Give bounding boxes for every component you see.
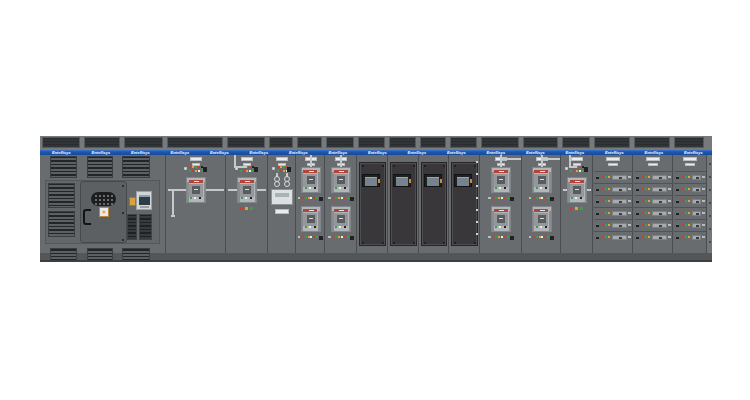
row-tag [628,212,631,215]
gen-side-louver [48,183,75,208]
breaker-trip-light [199,197,201,199]
indicator-light-white [310,236,312,238]
section-breaker-stack-c [479,155,521,253]
row-separator [674,231,706,232]
feeder-row [633,183,673,195]
door-screw [122,239,124,241]
row-light-red [602,176,604,178]
divider-bolt [476,209,478,211]
door-display [424,174,442,187]
breaker-core [573,186,581,194]
row-light-red [602,212,604,214]
mimic-line [569,155,571,166]
section-mcc-2 [632,155,672,253]
divider-bolt [476,185,478,187]
row-light-red [682,188,684,190]
breaker-charge-light [495,187,497,189]
breaker-charge-light [536,226,538,228]
breaker-trip-light [344,226,346,228]
strip-switch [510,196,514,201]
row-light-amber [608,200,610,202]
roof-vent-panel [389,137,416,148]
breaker-trip-light [504,187,506,189]
end-bolt [709,176,711,178]
section-nameplate [241,157,253,161]
grille-dot [103,195,105,197]
indicator-light-amber [280,166,282,168]
breaker-rail-left [332,172,334,192]
feeder-handle [652,199,667,204]
grille-dot [107,203,109,205]
door-screw [454,242,456,244]
breaker-charge-light [241,197,243,199]
row-light-amber [608,224,610,226]
row-tag [668,212,671,215]
warning-label: ▲ [99,207,109,217]
indicator-light-red [243,170,245,172]
breaker-status-light [339,226,341,228]
door-screw [413,165,415,167]
breaker-label-text [339,210,344,211]
breaker-rail-right [509,172,511,192]
mimic-line [234,166,247,168]
grille-dot [111,195,113,197]
feeder-row [673,207,707,219]
indicator-light-amber [283,170,285,172]
indicator-light-red [277,166,279,168]
indicator-light-green [240,170,242,172]
breaker-indicator-strip [488,195,514,201]
breaker-core-glyph [540,179,544,180]
feeder-handle [652,211,667,216]
end-bolt [709,163,711,165]
indicator-light-green [316,197,318,199]
unit-switch [676,212,679,216]
row-separator [634,183,672,184]
row-separator [634,219,672,220]
indicator-light-amber [308,197,310,199]
section-display-door-3 [418,155,448,253]
door-screw [382,165,384,167]
roof-vent-panel [634,137,670,148]
breaker-status-light [499,187,501,189]
aux-light-amber [575,207,578,210]
indicator-light-white [341,197,343,199]
unit-switch [636,188,639,192]
feeder-row [593,231,633,243]
section-nameplate-small [648,163,658,166]
door-display [393,174,411,187]
divider-bolt [476,233,478,235]
breaker-trip-light [250,197,252,199]
row-separator [674,219,706,220]
gen-top-louver [50,156,77,178]
indicator-light-red [344,197,346,199]
row-light-red [682,212,684,214]
indicator-cluster [184,165,208,174]
section-nameplate [606,157,620,161]
breaker-unit [186,177,206,203]
breaker-status-light [194,197,196,199]
row-tag [668,236,671,239]
indicator-light-green [335,236,337,238]
door-screw [424,165,426,167]
row-tag [668,200,671,203]
indicator-light-red [302,197,304,199]
indicator-light-red [198,166,200,168]
indicator-light-amber [539,236,541,238]
unit-switch [596,224,599,228]
row-light-amber [688,188,690,190]
row-light-amber [648,212,650,214]
row-light-green [645,176,647,178]
row-tag [668,188,671,191]
breaker-trip-light [504,226,506,228]
feeder-row [673,195,707,207]
indicator-light-green [277,170,279,172]
indicator-light-red [533,236,535,238]
feeder-handle [692,211,701,216]
indicator-light-red [192,170,194,172]
strip-label [298,197,301,200]
breaker-core [337,215,345,223]
indicator-light-white [501,236,503,238]
roof-vent-panel [269,137,293,148]
section-nameplate [190,157,202,161]
strip-switch [319,235,323,240]
